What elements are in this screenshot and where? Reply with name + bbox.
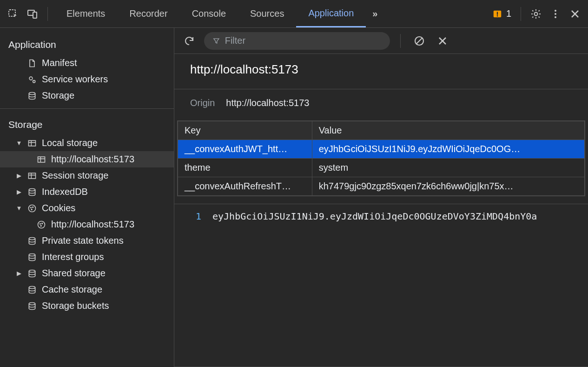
more-tabs-icon[interactable]: » [366,8,384,19]
table-icon [27,171,37,180]
sidebar-item-label: IndexedDB [42,187,88,197]
svg-point-15 [29,205,36,212]
delete-selected-icon[interactable] [434,33,451,49]
sidebar-item-label: Storage buckets [42,300,109,311]
sidebar-item-cache-storage[interactable]: Cache storage [0,281,174,298]
svg-point-19 [38,221,45,228]
table-row[interactable]: theme system [178,159,585,177]
database-icon [27,301,37,311]
svg-point-9 [33,80,35,82]
chevron-down-icon: ▼ [16,140,22,147]
cell-value: system [312,159,584,177]
sidebar-item-local-storage[interactable]: ▼ Local storage [0,135,174,151]
svg-rect-12 [38,157,45,162]
svg-point-18 [31,209,32,210]
sidebar-item-indexeddb[interactable]: ▶ IndexedDB [0,184,174,200]
sidebar-item-session-storage[interactable]: ▶ Session storage [0,167,174,184]
kebab-menu-icon[interactable] [547,6,564,22]
sidebar-item-interest-groups[interactable]: Interest groups [0,249,174,265]
settings-icon[interactable] [528,6,544,22]
cookie-icon [36,220,46,229]
filter-input-container[interactable] [204,32,390,50]
sidebar-item-label: Cache storage [42,284,102,295]
tab-application[interactable]: Application [296,0,366,27]
sidebar-item-label: Shared storage [42,268,106,279]
section-application: Application [0,33,174,55]
sidebar-item-label: Session storage [42,170,108,181]
chevron-down-icon: ▼ [16,205,22,212]
sidebar-item-cookies-origin[interactable]: http://localhost:5173 [0,216,174,233]
sidebar-item-private-state-tokens[interactable]: Private state tokens [0,233,174,249]
issues-count: 1 [506,8,511,19]
sidebar-item-service-workers[interactable]: Service workers [0,71,174,87]
database-icon [27,91,37,100]
svg-point-26 [29,286,35,288]
sidebar-item-manifest[interactable]: Manifest [0,55,174,71]
clear-all-icon[interactable] [411,33,428,49]
database-icon [27,253,37,262]
issues-badge[interactable]: 1 [489,8,514,19]
column-key[interactable]: Key [178,121,312,140]
device-toolbar-icon[interactable] [24,6,41,22]
cell-key: __convexAuthJWT_htt… [178,140,312,159]
tab-recorder[interactable]: Recorder [117,0,179,27]
sidebar-item-storage-buckets[interactable]: Storage buckets [0,298,174,314]
file-icon [27,59,37,68]
divider [521,7,521,21]
svg-point-24 [29,254,35,256]
local-storage-table: Key Value __convexAuthJWT_htt… eyJhbGciO… [177,120,585,196]
svg-point-25 [29,270,35,272]
database-icon [27,269,37,278]
svg-rect-13 [29,173,36,179]
svg-point-21 [42,223,43,224]
chevron-right-icon: ▶ [16,188,22,195]
svg-point-16 [31,207,32,208]
refresh-icon[interactable] [181,33,198,49]
divider [400,34,401,48]
svg-point-4 [535,12,538,15]
value-detail-pane: 1 eyJhbGciOiJSUzI1NiJ9.eyJzdWIiOiJqeDc0O… [174,204,588,367]
cookie-icon [27,204,37,213]
sidebar-item-label: Storage [42,90,74,101]
tab-elements[interactable]: Elements [54,0,117,27]
sidebar-item-label: http://localhost:5173 [51,154,134,165]
tab-sources[interactable]: Sources [238,0,296,27]
svg-rect-2 [33,12,37,18]
svg-point-27 [29,302,35,305]
panel-tabs: Elements Recorder Console Sources Applic… [54,0,384,27]
column-value[interactable]: Value [312,121,584,140]
sidebar-item-storage[interactable]: Storage [0,87,174,104]
sidebar-item-label: Service workers [42,74,108,85]
sidebar-item-label: http://localhost:5173 [51,219,134,230]
sidebar-item-label: Cookies [42,203,75,214]
filter-icon [212,37,220,45]
close-icon[interactable] [567,6,583,22]
svg-point-10 [29,92,35,94]
cell-value: kh7479gjc90zgz85xqen7zk6ch6ww0jg|kn75x… [312,177,584,196]
tab-console[interactable]: Console [180,0,238,27]
sidebar-item-label: Interest groups [42,252,104,262]
svg-point-6 [555,13,556,15]
svg-point-23 [29,237,35,240]
sidebar-item-shared-storage[interactable]: ▶ Shared storage [0,265,174,281]
table-row[interactable]: __convexAuthRefreshT… kh7479gjc90zgz85xq… [178,177,585,196]
inspect-element-icon[interactable] [5,6,21,22]
sidebar-item-label: Local storage [42,138,98,148]
origin-value: http://localhost:5173 [226,98,309,108]
page-title: http://localhost:5173 [190,62,572,77]
sidebar-item-local-storage-origin[interactable]: http://localhost:5173 [0,151,174,167]
table-icon [36,155,46,164]
svg-point-17 [33,207,33,207]
filter-input[interactable] [225,35,382,46]
storage-toolbar [174,28,588,54]
detail-value-text[interactable]: eyJhbGciOiJSUzI1NiJ9.eyJzdWIiOiJqeDc0OGU… [212,211,537,360]
chevron-right-icon: ▶ [16,270,22,277]
table-row[interactable]: __convexAuthJWT_htt… eyJhbGciOiJSUzI1NiJ… [178,140,585,159]
svg-point-20 [40,223,41,224]
sidebar-item-cookies[interactable]: ▼ Cookies [0,200,174,216]
cell-value: eyJhbGciOiJSUzI1NiJ9.eyJzdWIiOiJqeDc0OG… [312,140,584,159]
devtools-tab-bar: Elements Recorder Console Sources Applic… [0,0,588,28]
svg-point-5 [555,10,556,12]
table-icon [27,139,37,148]
svg-point-14 [29,188,35,191]
